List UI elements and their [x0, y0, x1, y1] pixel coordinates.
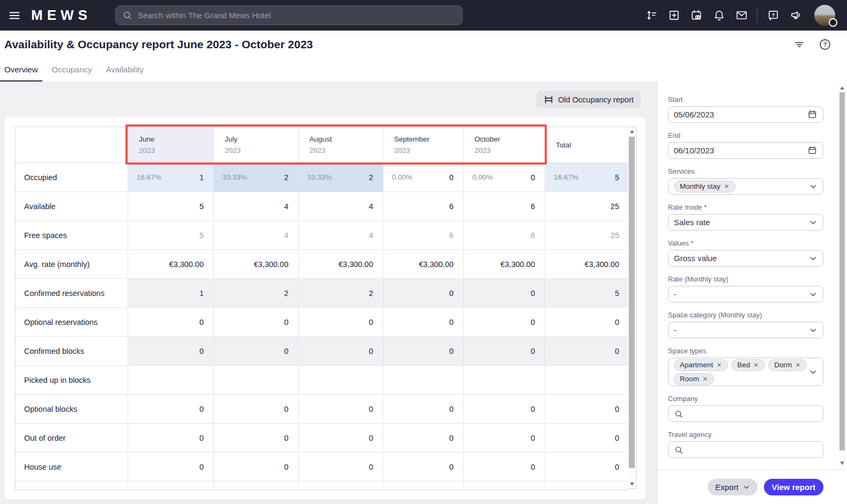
field-label: Company — [668, 395, 823, 403]
field-label: End — [668, 131, 823, 139]
chips: ApartmentBedDormRoom — [674, 358, 809, 387]
filter-field: End06/10/2023 — [668, 131, 823, 159]
filter-field: Company — [668, 395, 823, 422]
filter-field: Start05/06/2023 — [668, 95, 823, 123]
messages-button[interactable] — [730, 5, 753, 26]
value-cell: 2 — [299, 279, 383, 307]
column-year: 2023 — [225, 146, 298, 154]
field-search-input[interactable] — [688, 445, 818, 454]
megaphone-icon — [790, 9, 802, 21]
calendar-icon-wrap[interactable] — [807, 109, 818, 120]
value-cell: 0 — [214, 424, 299, 452]
filter-icon[interactable] — [791, 36, 807, 53]
export-button[interactable]: Export — [708, 479, 757, 495]
chevron-wrap[interactable] — [809, 182, 818, 191]
tab-overview[interactable]: Overview — [0, 58, 42, 81]
chevron-wrap[interactable] — [809, 368, 818, 376]
notifications-button[interactable] — [708, 5, 730, 26]
chevron-wrap[interactable] — [809, 290, 818, 299]
app: MEWS ? Availability & Occupancy report J… — [0, 0, 847, 504]
value-cell — [545, 481, 629, 490]
calendar-icon-wrap[interactable] — [807, 145, 818, 155]
field-label: Values * — [668, 239, 823, 247]
occupancy-percent: 0.00% — [392, 173, 412, 181]
space-types-select[interactable]: ApartmentBedDormRoom — [668, 358, 823, 386]
rate-mode-select[interactable]: Sales rate — [668, 214, 823, 231]
table-scrollbar[interactable] — [628, 127, 637, 489]
calendar-eye-icon — [690, 9, 703, 21]
chip-monthly-stay[interactable]: Monthly stay — [674, 181, 735, 192]
value-cell: 5 — [128, 192, 214, 220]
values-select[interactable]: Gross value — [668, 250, 823, 266]
chip-dorm[interactable]: Dorm — [768, 359, 807, 371]
mail-icon — [735, 9, 748, 21]
row-label: Optional reservations — [16, 308, 128, 336]
add-new-button[interactable] — [663, 5, 685, 26]
value-cell: €3,300.00 — [545, 250, 629, 278]
chevron-down-icon — [809, 218, 818, 227]
value-cell: 0 — [214, 395, 299, 423]
space-category-monthly-stay-select[interactable]: - — [668, 322, 823, 338]
avatar[interactable] — [814, 5, 835, 26]
value-cell: 0 — [545, 453, 629, 481]
view-report-button[interactable]: View report — [764, 479, 823, 495]
bunk-bed-icon — [544, 94, 554, 105]
chip-bed[interactable]: Bed — [731, 359, 765, 371]
field-search-input[interactable] — [688, 409, 818, 418]
global-search[interactable] — [115, 5, 463, 25]
value-cell: 4 — [214, 192, 299, 220]
value-cell: 25 — [545, 221, 629, 249]
row-height-button[interactable] — [640, 5, 663, 26]
value-cell: 0 — [383, 308, 464, 336]
chevron-wrap[interactable] — [809, 218, 818, 227]
chip-remove[interactable] — [753, 362, 759, 368]
start-date-input[interactable]: 05/06/2023 — [668, 106, 823, 123]
help-button[interactable]: ? — [762, 5, 784, 26]
search-input[interactable] — [138, 11, 456, 20]
column-label: September — [394, 135, 463, 143]
announcements-button[interactable] — [784, 5, 807, 26]
chip-remove[interactable] — [716, 362, 722, 368]
travel-agency-search-input[interactable] — [668, 441, 823, 458]
filter-field: Space category (Monthly stay)- — [668, 311, 823, 338]
sidebar-scrollbar-thumb[interactable] — [839, 92, 845, 450]
value-cell: 5 — [128, 221, 214, 249]
services-select[interactable]: Monthly stay — [668, 178, 823, 195]
scroll-down-icon[interactable] — [630, 483, 634, 486]
calendar-view-button[interactable] — [685, 5, 708, 26]
scroll-up-icon[interactable] — [840, 86, 844, 90]
help-circle-icon[interactable]: ? — [817, 36, 833, 53]
field-label: Rate (Monthly stay) — [668, 275, 823, 283]
old-occupancy-report-button[interactable]: Old Occupancy report — [537, 91, 641, 108]
row-label: Out of order — [16, 424, 128, 452]
chevron-wrap[interactable] — [809, 254, 818, 263]
rate-monthly-stay-select[interactable]: - — [668, 286, 823, 302]
company-search-input[interactable] — [668, 405, 823, 422]
chip-remove[interactable] — [795, 362, 801, 368]
chip-remove[interactable] — [724, 183, 730, 189]
tab-occupancy[interactable]: Occupancy — [48, 58, 96, 81]
occupied-cell: 33.33%2 — [299, 163, 383, 191]
end-date-input[interactable]: 06/10/2023 — [668, 142, 823, 159]
chip-label: Dorm — [774, 361, 792, 369]
calendar-icon — [807, 109, 818, 120]
chip-room[interactable]: Room — [674, 373, 714, 385]
table-row: Confirmed reservations122005 — [16, 279, 628, 308]
chip-remove[interactable] — [702, 376, 708, 382]
search-icon — [122, 10, 132, 20]
value-cell: 0 — [128, 308, 214, 336]
sidebar-scrollbar[interactable] — [838, 84, 846, 468]
plus-square-icon — [668, 9, 680, 21]
table-row: Occupied16.67%133.33%233.33%20.00%00.00%… — [16, 163, 628, 192]
scroll-down-icon[interactable] — [840, 462, 844, 465]
tab-availability[interactable]: Availability — [102, 58, 148, 81]
column-header-total: Total — [545, 127, 629, 162]
row-label: Confirmed blocks — [16, 337, 128, 365]
table-scrollbar-thumb[interactable] — [629, 137, 635, 468]
scroll-up-icon[interactable] — [630, 130, 634, 133]
menu-icon[interactable] — [4, 5, 25, 26]
chip-apartment[interactable]: Apartment — [674, 359, 728, 371]
value-cell: €3,300.00 — [128, 250, 214, 278]
chevron-wrap[interactable] — [809, 326, 818, 335]
chevron-down-icon — [809, 368, 818, 376]
